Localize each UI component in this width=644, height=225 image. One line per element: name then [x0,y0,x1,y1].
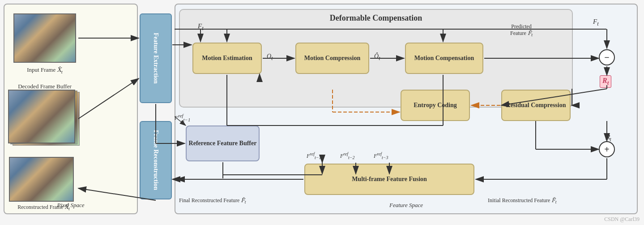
watermark: CSDN @Carl39 [604,216,640,223]
feature-space-label: Feature Space [389,202,423,209]
decoded-frame-stack [8,90,82,155]
input-frame-image [13,13,76,63]
ft-label-right: Ft [593,18,599,27]
ft-ref-label: Freft−1 [175,113,190,122]
motion-compensation-box: Motion Compensation [405,43,483,74]
feature-extraction-box: Feature Extraction [140,13,172,103]
frame-reconstruction-box: Frame Reconstruction [140,121,172,199]
entropy-coding-label: Entropy Coding [414,101,457,109]
ft2-ref-label-top: Freft−2 [340,151,355,160]
final-reconstructed-label: Final Reconstructed Feature F̂t [179,197,246,204]
input-frame-visual [14,14,75,62]
plus-circle: + [599,141,615,157]
entropy-coding-box: Entropy Coding [401,90,470,121]
predicted-feature-label: PredictedFeature F̄t [495,23,548,37]
rt-hat-label: R̂t [605,134,611,143]
motion-estimation-box: Motion Estimation [192,43,262,74]
reference-feature-buffer-box: Reference Feature Buffer [186,125,260,161]
ft1-ref-label-top: Freft−1 [307,151,321,160]
deformable-title: Deformable Compensation [330,13,422,23]
ft3-ref-label-top: Freft−3 [374,151,388,160]
subtract-circle: − [599,49,615,65]
rt-label: Rt [600,75,611,88]
decoded-frame-front [8,90,75,143]
multi-frame-fusion-label: Multi-frame Feature Fusion [352,175,427,183]
diagram-container: Pixel Space Feature Space Deformable Com… [0,0,644,225]
input-frame-label: Input Frame X̂t [13,66,76,74]
frame-reconstruction-label: Frame Reconstruction [152,130,160,190]
multi-frame-fusion-box: Multi-frame Feature Fusion [304,164,474,195]
motion-estimation-label: Motion Estimation [202,54,252,62]
feature-extraction-label: Feature Extraction [152,33,160,84]
residual-compression-box: Residual Compression [501,90,571,121]
reconstructed-frame-label: Reconstructed Frame X̂t [4,204,83,211]
motion-compensation-label: Motion Compensation [414,54,474,62]
motion-compression-box: Motion Compression [295,43,369,74]
ot-label: Ot [267,53,273,61]
reference-feature-buffer-label: Reference Feature Buffer [189,139,257,147]
ot-hat-label: Ôt [374,53,380,61]
ft-label-top: Ft [198,22,204,32]
motion-compression-label: Motion Compression [304,54,360,62]
residual-compression-label: Residual Compression [506,101,566,109]
decoded-frame-label: Decoded Frame Buffer [9,83,81,90]
reconstructed-frame-visual [10,158,73,201]
reconstructed-frame-image [9,157,74,202]
initial-reconstructed-label: Initial Reconstructed Feature F̃t [488,197,556,204]
